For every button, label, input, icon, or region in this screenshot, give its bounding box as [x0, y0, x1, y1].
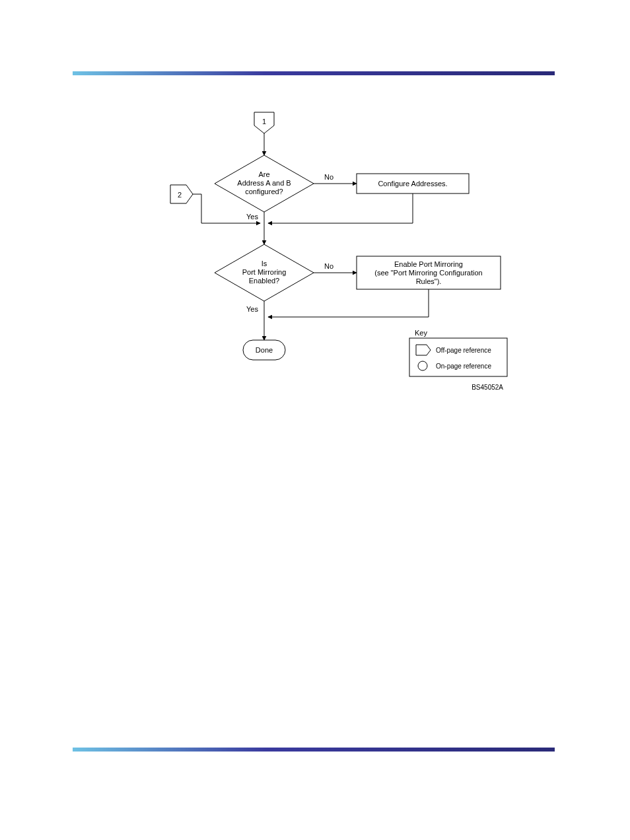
edge-enableMirr-merge2	[268, 289, 429, 317]
decision-address-configured: Are Address A and B configured?	[215, 155, 314, 212]
process-enable-port-mirroring: Enable Port Mirroring (see "Port Mirrori…	[357, 256, 501, 289]
legend: Key Off-page reference On-page reference	[409, 329, 507, 376]
terminator-done-label: Done	[256, 346, 273, 354]
terminator-done: Done	[243, 340, 285, 360]
top-divider	[73, 71, 555, 75]
offpage-ref-1-label: 1	[262, 118, 266, 125]
flowchart-svg: 1 Are Address A and B configured? No Con…	[165, 106, 508, 409]
offpage-ref-2: 2	[170, 185, 193, 203]
legend-title: Key	[415, 329, 427, 337]
process-enable-line3: Rules").	[416, 277, 442, 285]
reference-code: BS45052A	[472, 384, 503, 391]
decision-a-line3: configured?	[245, 188, 283, 195]
decision-a-line2: Address A and B	[237, 179, 291, 187]
edge-decisionB-no-label: No	[324, 262, 333, 270]
bottom-divider	[73, 748, 555, 752]
offpage-ref-1: 1	[254, 112, 274, 133]
process-configure-addresses-label: Configure Addresses.	[378, 180, 447, 188]
decision-b-line2: Port Mirroring	[242, 268, 287, 276]
process-configure-addresses: Configure Addresses.	[357, 174, 469, 193]
decision-port-mirroring-enabled: Is Port Mirroring Enabled?	[215, 244, 314, 301]
process-enable-line2: (see "Port Mirroring Configuration	[374, 269, 482, 277]
decision-b-line3: Enabled?	[249, 277, 280, 285]
flowchart-diagram: 1 Are Address A and B configured? No Con…	[165, 106, 508, 409]
legend-offpage-label: Off-page reference	[436, 347, 491, 354]
offpage-ref-2-label: 2	[178, 191, 182, 199]
process-enable-line1: Enable Port Mirroring	[394, 260, 463, 268]
edge-decisionA-yes-label: Yes	[246, 213, 258, 221]
edge-configAddr-merge	[268, 193, 413, 223]
page: 1 Are Address A and B configured? No Con…	[0, 0, 630, 840]
decision-b-line1: Is	[262, 260, 267, 267]
legend-onpage-icon	[418, 361, 427, 370]
decision-a-line1: Are	[258, 170, 269, 178]
edge-decisionA-no-label: No	[324, 173, 333, 181]
svg-rect-3	[409, 338, 507, 376]
edge-decisionB-yes-label: Yes	[246, 305, 258, 313]
legend-onpage-label: On-page reference	[436, 363, 491, 370]
